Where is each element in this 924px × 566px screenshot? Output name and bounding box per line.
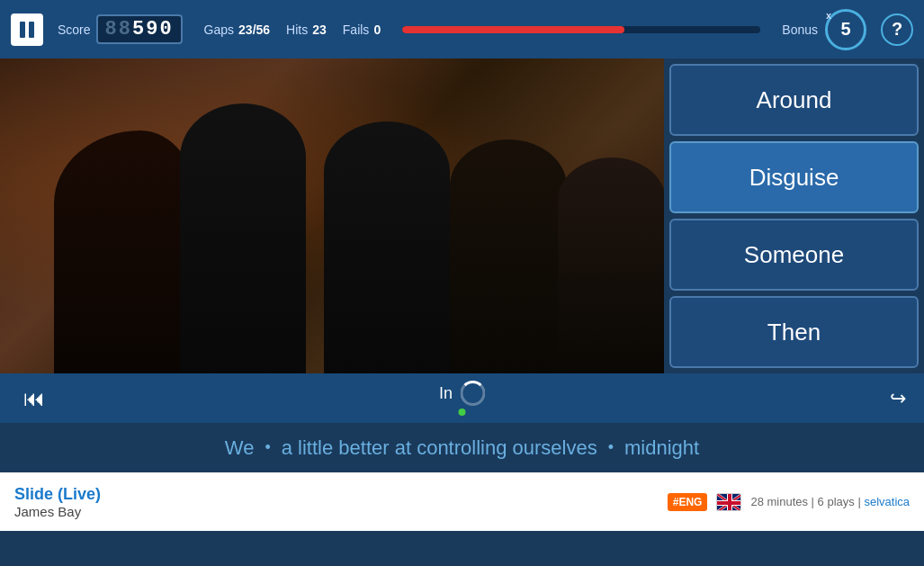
gaps-stat: Gaps 23/56 [204, 22, 271, 37]
hits-stat: Hits 23 [286, 22, 327, 37]
score-label: Score [58, 22, 91, 37]
score-display: 88590 [96, 14, 183, 44]
main-content: Around Disguise Someone Then [0, 58, 924, 373]
answer-button-someone[interactable]: Someone [669, 219, 919, 291]
answer-button-disguise[interactable]: Disguise [669, 141, 919, 213]
svg-rect-8 [717, 501, 741, 505]
play-stats: 28 minutes | 6 plays | [750, 495, 860, 508]
band-member-1 [54, 130, 198, 373]
answer-label-someone: Someone [744, 241, 844, 269]
share-icon: ↪ [890, 387, 906, 409]
hits-label: Hits [286, 22, 308, 37]
restart-button[interactable]: ⏮ [18, 382, 50, 415]
band-member-2 [180, 103, 306, 373]
bonus-value: 5 [840, 19, 850, 40]
center-controls: In [439, 381, 485, 416]
stats-area: Gaps 23/56 Hits 23 Fails 0 [204, 22, 381, 37]
answer-label-then: Then [767, 319, 821, 346]
lyric-word-2: a little better at controlling ourselves [282, 436, 597, 460]
score-value: 590 [132, 18, 174, 40]
band-member-5 [558, 157, 664, 373]
lyric-dot-2: • [608, 438, 614, 457]
lyric-dot-1: • [265, 438, 270, 457]
restart-icon: ⏮ [23, 386, 45, 411]
band-member-4 [450, 139, 567, 373]
pause-button[interactable] [11, 13, 43, 46]
answer-button-then[interactable]: Then [669, 296, 919, 368]
lyric-word-3: midnight [624, 436, 699, 460]
video-placeholder [0, 58, 664, 373]
help-icon: ? [892, 19, 902, 40]
lyric-word-1: We [225, 436, 255, 460]
bonus-x-label: x [826, 10, 831, 21]
green-dot [458, 409, 465, 416]
selvatica-link[interactable]: selvatica [864, 495, 910, 508]
footer-stats: 28 minutes | 6 plays | selvatica [750, 495, 910, 508]
video-area [0, 58, 664, 373]
bonus-circle: x 5 [825, 9, 866, 50]
share-button[interactable]: ↪ [890, 387, 906, 410]
answer-button-around[interactable]: Around [669, 64, 919, 136]
progress-bar-container [402, 26, 760, 33]
gaps-label: Gaps [204, 22, 234, 37]
score-area: Score 88590 [58, 14, 183, 44]
loading-area: In [439, 381, 485, 406]
bonus-label: Bonus [782, 22, 818, 37]
band-member-3 [324, 121, 450, 373]
fails-stat: Fails 0 [343, 22, 381, 37]
help-button[interactable]: ? [881, 13, 913, 46]
hits-value: 23 [312, 22, 327, 37]
gaps-value: 23/56 [238, 22, 270, 37]
answer-label-around: Around [757, 86, 832, 114]
footer: Slide (Live) James Bay #ENG 28 minutes |… [0, 472, 924, 531]
footer-right: #ENG 28 minutes | 6 plays | selvatica [668, 493, 910, 511]
eng-badge: #ENG [668, 493, 708, 511]
answer-label-disguise: Disguise [749, 164, 839, 192]
controls-bar: ⏮ In ↪ [0, 373, 924, 423]
song-title: Slide (Live) [14, 485, 668, 504]
bonus-area: Bonus x 5 [782, 9, 866, 50]
fails-value: 0 [373, 22, 381, 37]
progress-bar-fill [402, 26, 624, 33]
lyrics-bar: We • a little better at controlling ours… [0, 423, 924, 472]
song-artist: James Bay [14, 504, 668, 519]
score-prefix: 88 [105, 18, 132, 40]
loading-text: In [439, 384, 453, 403]
uk-flag-icon [716, 493, 741, 511]
loading-spinner [460, 381, 485, 406]
song-info: Slide (Live) James Bay [14, 485, 668, 519]
fails-label: Fails [343, 22, 370, 37]
top-bar: Score 88590 Gaps 23/56 Hits 23 Fails 0 B… [0, 0, 924, 58]
answer-panel: Around Disguise Someone Then [664, 58, 924, 373]
